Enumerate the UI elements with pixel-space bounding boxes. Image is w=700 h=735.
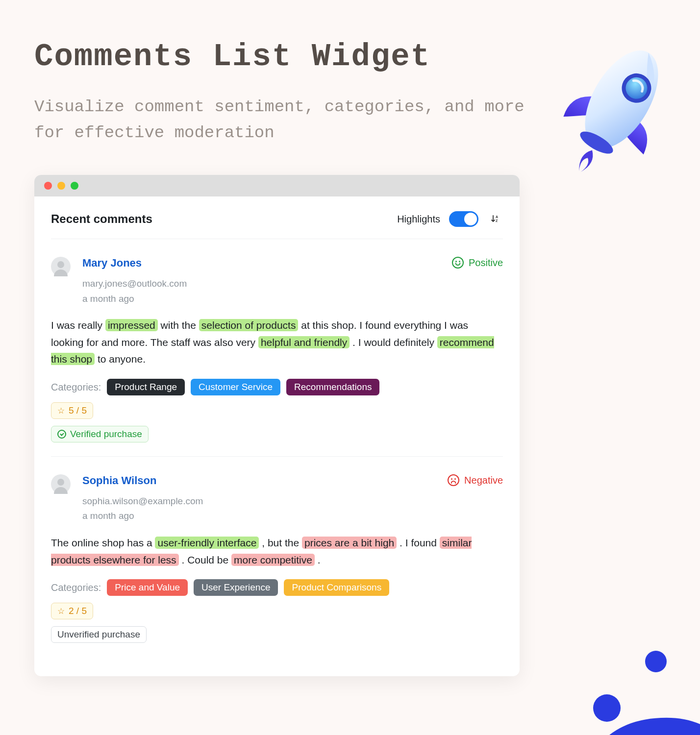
text-span: . Could be — [179, 554, 231, 565]
page-title: Comments List Widget — [34, 39, 666, 74]
author-name[interactable]: Sophia Wilson — [82, 474, 448, 487]
decorative-blob — [524, 627, 700, 735]
svg-point-7 — [593, 694, 621, 722]
smile-icon — [452, 257, 464, 269]
comments-window: Recent comments Highlights A Z Mary Jone… — [34, 175, 520, 676]
comment-item: Mary Jonesmary.jones@outlook.coma month … — [51, 239, 503, 457]
comment-time: a month ago — [82, 292, 452, 306]
comment-body: The online shop has a user-friendly inte… — [51, 535, 503, 568]
category-pill[interactable]: Recommendations — [286, 379, 379, 395]
check-circle-icon — [57, 430, 66, 439]
text-span: , but the — [259, 537, 302, 548]
text-span: The online shop has a — [51, 537, 155, 548]
rating-badge: ☆2 / 5 — [51, 603, 93, 619]
highlight-span: prices are a bit high — [302, 537, 397, 549]
highlights-toggle[interactable] — [449, 211, 478, 227]
avatar — [51, 474, 71, 494]
svg-text:Z: Z — [496, 219, 498, 222]
comment-body: I was really impressed with the selectio… — [51, 317, 503, 368]
text-span: to anyone. — [95, 353, 146, 365]
highlight-span: helpful and friendly — [258, 336, 350, 348]
text-span: I was really — [51, 319, 105, 331]
sentiment-text: Positive — [469, 257, 503, 269]
categories-label: Categories: — [51, 582, 101, 593]
svg-point-6 — [645, 651, 667, 672]
svg-text:A: A — [496, 215, 498, 219]
panel-title: Recent comments — [51, 212, 152, 226]
categories-label: Categories: — [51, 382, 101, 393]
comment-item: Sophia Wilsonsophia.wilson@example.coma … — [51, 457, 503, 657]
page-subtitle: Visualize comment sentiment, categories,… — [34, 94, 525, 146]
category-pill[interactable]: Customer Service — [191, 379, 280, 395]
category-pill[interactable]: Product Range — [107, 379, 185, 395]
text-span: . I would definitely — [350, 337, 437, 348]
verification-badge: Unverified purchase — [51, 626, 147, 643]
sentiment-badge: Positive — [452, 257, 503, 269]
category-pill[interactable]: User Experience — [194, 579, 278, 596]
zoom-dot[interactable] — [71, 182, 78, 190]
highlight-span: impressed — [105, 319, 158, 331]
frown-icon — [448, 474, 459, 486]
avatar — [51, 257, 71, 276]
category-pill[interactable]: Price and Value — [107, 579, 188, 596]
text-span: . — [315, 554, 321, 565]
star-icon: ☆ — [57, 406, 65, 416]
rating-badge: ☆5 / 5 — [51, 402, 93, 419]
window-titlebar — [34, 175, 520, 196]
text-span: with the — [158, 319, 199, 331]
author-name[interactable]: Mary Jones — [82, 257, 452, 270]
highlight-span: more competitive — [231, 554, 315, 566]
comment-time: a month ago — [82, 509, 448, 523]
sentiment-badge: Negative — [448, 474, 503, 486]
minimize-dot[interactable] — [57, 182, 65, 190]
verification-text: Unverified purchase — [57, 629, 140, 640]
highlight-span: selection of products — [199, 319, 299, 331]
sentiment-text: Negative — [464, 475, 503, 486]
highlights-label: Highlights — [397, 214, 440, 225]
verification-text: Verified purchase — [70, 429, 142, 440]
text-span: . I found — [397, 537, 440, 548]
verification-badge: Verified purchase — [51, 426, 149, 442]
author-email: sophia.wilson@example.com — [82, 494, 448, 509]
highlight-span: user-friendly interface — [155, 537, 259, 549]
rating-text: 5 / 5 — [69, 405, 87, 416]
rating-text: 2 / 5 — [69, 606, 87, 616]
author-email: mary.jones@outlook.com — [82, 276, 452, 291]
sort-button[interactable]: A Z — [487, 212, 503, 226]
category-pill[interactable]: Product Comparisons — [284, 579, 389, 596]
star-icon: ☆ — [57, 606, 65, 616]
close-dot[interactable] — [44, 182, 52, 190]
